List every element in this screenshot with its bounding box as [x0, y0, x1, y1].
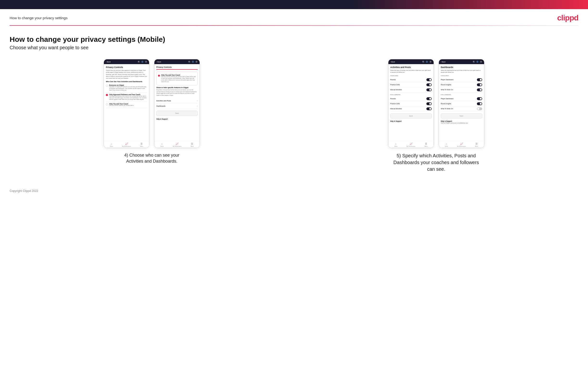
tab-menu-4[interactable]: ☰ Menu — [469, 142, 484, 147]
coaches-manual-toggle[interactable] — [426, 88, 432, 91]
phone-body-3: Activities and Posts Select the types of… — [388, 64, 434, 141]
coaches-player-dash-label: Player Dashboard — [441, 79, 453, 80]
back-button-2[interactable]: ‹ Back — [156, 61, 161, 63]
phone-tab-bar-4: ⌂ Home 📈 My Performance ☰ Menu — [439, 141, 484, 148]
tab-home-label-1: Home — [110, 146, 113, 147]
followers-rounds-toggle[interactable] — [426, 97, 432, 100]
tab-performance-2[interactable]: 📈 My Performance — [170, 142, 185, 147]
followers-manual-toggle[interactable] — [426, 107, 432, 110]
followers-player-dash-toggle[interactable] — [477, 97, 482, 100]
phone-nav-1: ‹ Back 🔍 👤 ⚙ — [104, 59, 149, 64]
radio-circle-2 — [106, 103, 108, 105]
settings-icon-4[interactable]: ⚙ — [480, 60, 482, 63]
phone-body-4: Dashboards Select the dashboards that yo… — [439, 64, 484, 141]
screen4-desc: Select the dashboards that you'd like to… — [441, 69, 482, 74]
tab-menu-2[interactable]: ☰ Menu — [185, 142, 200, 147]
people-icon-3[interactable]: 👤 — [426, 60, 428, 63]
caption-left: 4) Choose who can see your Activities an… — [121, 152, 183, 164]
chevron-icon-dashboards: › — [197, 105, 198, 107]
toggle-coaches-drills: Practice Drills — [390, 82, 432, 87]
followers-drills-toggle[interactable] — [426, 102, 432, 105]
tab-home-4[interactable]: ⌂ Home — [439, 142, 454, 147]
people-icon-2[interactable]: 👤 — [192, 60, 194, 63]
people-icon-4[interactable]: 👤 — [476, 60, 479, 63]
search-icon[interactable]: 🔍 — [138, 60, 140, 63]
tab-performance-3[interactable]: 📈 My Performance — [403, 142, 418, 147]
tab-home-1[interactable]: ⌂ Home — [104, 142, 119, 147]
radio-title-0: Everyone on Clippd — [109, 84, 147, 86]
menu-icon-4: ☰ — [476, 142, 478, 145]
back-button-1[interactable]: ‹ Back — [106, 61, 111, 63]
settings-icon[interactable]: ⚙ — [145, 60, 147, 63]
people-icon[interactable]: 👤 — [141, 60, 144, 63]
settings-icon-2[interactable]: ⚙ — [195, 60, 198, 63]
back-button-3[interactable]: ‹ Back — [390, 61, 395, 63]
menu-row-activities[interactable]: Activities and Posts › — [156, 98, 198, 103]
coaches-rounds-toggle[interactable] — [426, 78, 432, 81]
radio-option-2[interactable]: Only You and Your Coach Only you and the… — [106, 102, 147, 108]
radio-desc-1: Only approved followers and coaches you … — [109, 95, 147, 100]
dropdown-card: Only You and Your Coach Only you and the… — [156, 72, 198, 85]
tab-menu-label-3: Menu — [424, 146, 428, 147]
coaches-player-dash-toggle[interactable] — [477, 78, 482, 81]
tab-perf-label-3: My Performance — [406, 146, 415, 147]
phone-nav-2: ‹ Back 🔍 👤 ⚙ — [154, 59, 200, 64]
toggle-coaches-player-dash: Player Dashboard — [441, 77, 482, 82]
screen3-title: Activities and Posts — [390, 66, 432, 68]
home-icon-2: ⌂ — [161, 142, 163, 145]
coaches-round-insights-label: Round Insights — [441, 84, 451, 85]
radio-title-2: Only You and Your Coach — [109, 103, 134, 105]
phone-nav-3: ‹ Back 🔍 👤 ⚙ — [388, 59, 434, 64]
radio-option-1[interactable]: Only Approved Followers and Your Coach O… — [106, 92, 147, 102]
dropdown-selected-label: Only You and Your Coach — [161, 74, 196, 76]
followers-manual-label: Manual Activities — [390, 108, 402, 109]
footer: Copyright Clippd 2022 — [0, 184, 588, 197]
tab-performance-1[interactable]: 📈 My Performance — [119, 142, 134, 147]
menu-activities-label: Activities and Posts — [156, 100, 171, 102]
search-icon-2[interactable]: 🔍 — [188, 60, 190, 63]
tab-perf-label-2: My Performance — [173, 146, 182, 147]
search-icon-4[interactable]: 🔍 — [473, 60, 475, 63]
search-icon-3[interactable]: 🔍 — [422, 60, 424, 63]
screen1-body: Control how you and your data appears to… — [106, 69, 147, 79]
dropdown-option-selected[interactable]: Only You and Your Coach Only you and the… — [158, 73, 196, 83]
menu-dashboards-label: Dashboards — [156, 105, 165, 107]
save-button-4[interactable]: Save — [441, 113, 482, 118]
coaches-drills-toggle[interactable] — [426, 83, 432, 86]
info-title: Show or hide specific features in Clippd — [156, 87, 198, 88]
followers-drills-label: Practice Drills — [390, 103, 400, 104]
tab-home-3[interactable]: ⌂ Home — [388, 142, 404, 147]
tab-performance-4[interactable]: 📈 My Performance — [454, 142, 469, 147]
radio-option-0[interactable]: Everyone on Clippd Everyone on Clippd ca… — [106, 83, 147, 92]
phone-screen-4: ‹ Back 🔍 👤 ⚙ Dashboards Select the — [439, 59, 484, 148]
info-text: Regardless of the privacy controls that … — [156, 89, 198, 96]
screenshot-group-2: ‹ Back 🔍 👤 ⚙ Activities and Posts S — [294, 59, 579, 172]
tab-home-2[interactable]: ⌂ Home — [154, 142, 170, 147]
menu-row-dashboards[interactable]: Dashboards › — [156, 103, 198, 109]
main-content: How to change your privacy settings (Mob… — [0, 26, 588, 172]
coaches-drills-label: Practice Drills — [390, 84, 400, 85]
tab-menu-1[interactable]: ☰ Menu — [134, 142, 149, 147]
coaches-what-to-work-toggle[interactable] — [477, 88, 482, 91]
coaches-manual-label: Manual Activities — [390, 89, 402, 91]
back-button-4[interactable]: ‹ Back — [441, 61, 446, 63]
phone-tab-bar-3: ⌂ Home 📈 My Performance ☰ Menu — [388, 141, 434, 148]
home-icon-3: ⌂ — [395, 142, 397, 145]
coaches-label-3: COACHES — [390, 75, 432, 76]
followers-round-insights-toggle[interactable] — [477, 102, 482, 105]
help-text-4: Visit our Clippd community to troublesho… — [441, 122, 482, 124]
save-button-3[interactable]: Save — [390, 113, 432, 118]
phone-tab-bar-1: ⌂ Home 📈 My Performance ☰ Menu — [104, 141, 149, 148]
save-button-2[interactable]: Save — [156, 111, 198, 116]
screen4-title: Dashboards — [441, 66, 482, 68]
phone-nav-4: ‹ Back 🔍 👤 ⚙ — [439, 59, 484, 64]
coaches-round-insights-toggle[interactable] — [477, 83, 482, 86]
phone-body-2: Privacy Controls Only You and Your Coach… — [154, 64, 200, 141]
settings-icon-3[interactable]: ⚙ — [429, 60, 432, 63]
phone-body-1: Privacy Controls Control how you and you… — [104, 64, 149, 141]
tab-menu-label-1: Menu — [140, 146, 143, 147]
tab-menu-3[interactable]: ☰ Menu — [418, 142, 434, 147]
header: How to change your privacy settings clip… — [0, 9, 588, 25]
dropdown-selected-desc: Only you and the coaches you connect wit… — [161, 76, 196, 83]
followers-what-to-work-toggle[interactable] — [477, 107, 482, 110]
